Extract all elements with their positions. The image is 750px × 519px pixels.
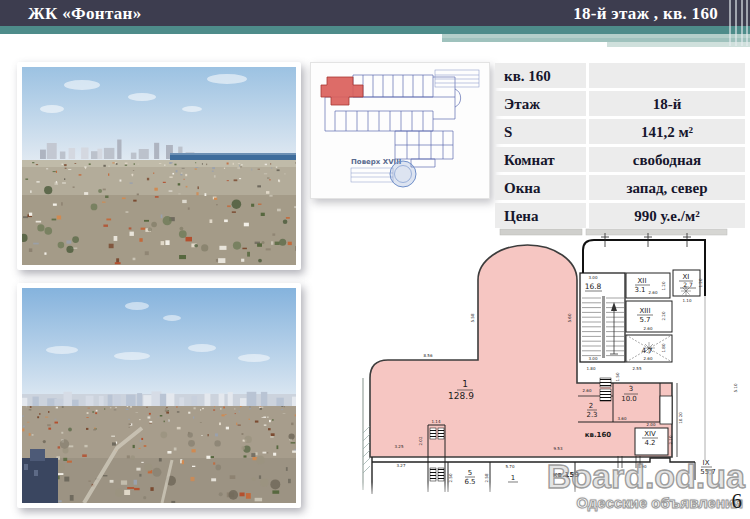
decor-vstripe xyxy=(741,0,743,46)
plan-label: 5.70 xyxy=(506,464,515,469)
info-row: S141,2 м² xyxy=(495,119,745,144)
plan-label: 2.00 xyxy=(647,422,656,427)
info-label: Комнат xyxy=(495,147,586,172)
photo-cityscape-sea xyxy=(17,62,301,270)
plan-label: 3.1 xyxy=(634,286,645,294)
plan-label: 3.00 xyxy=(589,356,598,361)
info-label: Цена xyxy=(495,203,586,228)
info-label: кв. 160 xyxy=(495,63,586,88)
info-label: S xyxy=(495,119,586,144)
plan-label: 1 xyxy=(511,474,515,482)
info-row: кв. 160 xyxy=(495,63,745,88)
slide: ЖК «Фонтан» 18-й этаж , кв. 160 xyxy=(0,0,750,519)
decor-vstripe xyxy=(729,0,731,46)
plan-label: 5.7 xyxy=(639,316,650,324)
info-row: Окназапад, север xyxy=(495,175,745,200)
plan-label: 2.58 xyxy=(484,473,489,482)
info-value: 141,2 м² xyxy=(589,119,745,144)
decor-vstripe xyxy=(735,0,737,46)
plan-label: 2.02 xyxy=(418,436,423,445)
plan-label: 2.60 xyxy=(583,388,592,393)
plan-label: 3.60 xyxy=(618,416,627,421)
signature-block xyxy=(351,168,393,182)
plan-label: 10.0 xyxy=(621,395,637,403)
plan-label: XII xyxy=(638,277,647,285)
plan-label: XI xyxy=(683,273,690,281)
info-value xyxy=(589,63,745,88)
plan-label: 1.14 xyxy=(432,419,441,424)
plan-label: 2.50 xyxy=(448,473,453,482)
page-title: ЖК «Фонтан» xyxy=(28,0,141,26)
balcony-hatch xyxy=(363,378,370,490)
title-block xyxy=(435,70,479,87)
info-row: Цена990 у.е./м² xyxy=(495,203,745,228)
highlighted-unit xyxy=(321,77,363,105)
plan-label: 1.20 xyxy=(698,278,703,287)
plan-label: XIII xyxy=(640,307,651,315)
header-subtitle: 18-й этаж , кв. 160 xyxy=(573,0,718,26)
plan-label: 2.60 xyxy=(644,326,653,331)
header-teal-band xyxy=(0,26,750,34)
plan-label: 4.7 xyxy=(641,347,652,355)
info-value: 18-й xyxy=(589,91,745,116)
info-row: Комнатсвободная xyxy=(495,147,745,172)
info-value: запад, север xyxy=(589,175,745,200)
plan-label: 3.25 xyxy=(395,444,404,449)
plan-label: 1.50 xyxy=(615,372,620,381)
plan-label: XIV xyxy=(644,430,656,438)
info-value: свободная xyxy=(589,147,745,172)
plan-label: кв.160 xyxy=(585,431,612,439)
decor-vstripe xyxy=(746,0,748,46)
stamp-icon xyxy=(390,161,416,187)
plan-label: 2.7 xyxy=(683,281,693,288)
plan-label: 4.2 xyxy=(644,439,655,447)
watermark-site: Board.od.ua xyxy=(547,459,745,493)
plan-label: 10.20 xyxy=(678,412,683,424)
plan-label: 1.80 xyxy=(587,366,596,371)
plan-label: 8.56 xyxy=(424,353,433,358)
plan-label: 5.60 xyxy=(567,313,572,322)
plan-label: 5.58 xyxy=(470,313,475,322)
plan-label: 1 xyxy=(462,379,468,389)
plan-label: 128.9 xyxy=(448,391,474,401)
plan-label: 3 xyxy=(629,385,633,393)
plan-label: 16.8 xyxy=(585,282,602,291)
plan-label: 2.10 xyxy=(668,435,673,444)
page-number: 6 xyxy=(732,489,743,514)
watermark: Board.od.ua Одесские объявления xyxy=(547,459,745,511)
watermark-tagline: Одесские объявления xyxy=(547,494,743,511)
apartment-info-table: кв. 160Этаж18-йS141,2 м²КомнатсвободнаяО… xyxy=(495,63,745,231)
floor-overview-plan: Поверх XVIII xyxy=(310,62,490,199)
plan-label: 2.60 xyxy=(649,290,658,295)
plan-label: 2.3 xyxy=(586,411,597,419)
info-row: Этаж18-й xyxy=(495,91,745,116)
plan-label: 2 xyxy=(589,402,593,410)
plan-label: 1.10 xyxy=(683,298,692,303)
plan-label: 1.20 xyxy=(661,281,666,290)
plan-label: 3.00 xyxy=(589,275,598,280)
plan-label: 2.60 xyxy=(644,356,653,361)
plan-label: 5.10 xyxy=(733,383,738,392)
info-label: Окна xyxy=(495,175,586,200)
plan-label: 2.55 xyxy=(633,366,642,371)
plan-label: 2.20 xyxy=(661,311,666,320)
plan-label: 3.27 xyxy=(397,463,406,468)
info-label: Этаж xyxy=(495,91,586,116)
plan-label: 1.80 xyxy=(661,343,666,352)
info-value: 990 у.е./м² xyxy=(589,203,745,228)
plan-label: 9.53 xyxy=(554,446,563,451)
photo-cityscape-north xyxy=(17,283,301,508)
plan-label: 5 xyxy=(468,469,472,477)
